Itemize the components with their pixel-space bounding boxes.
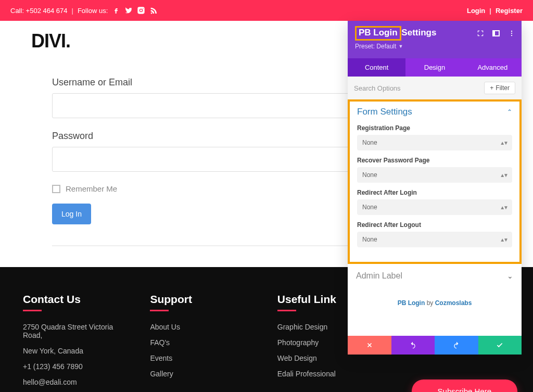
- search-options[interactable]: Search Options: [354, 84, 401, 92]
- cancel-button[interactable]: [348, 336, 391, 355]
- filter-button[interactable]: +Filter: [484, 82, 515, 94]
- svg-point-0: [511, 31, 512, 32]
- sort-icon: ▲▼: [500, 237, 507, 243]
- panel-title-highlight: PB Login: [355, 26, 401, 41]
- tab-content[interactable]: Content: [348, 58, 405, 77]
- chevron-down-icon: ▼: [398, 44, 403, 49]
- tab-design[interactable]: Design: [405, 58, 463, 77]
- divider: |: [72, 7, 73, 15]
- chevron-down-icon: ⌄: [507, 272, 513, 280]
- list-item: +1 (123) 456 7890: [23, 362, 119, 371]
- panel-body: Form Settings ⌃ Registration Page None▲▼…: [348, 99, 522, 264]
- rss-icon[interactable]: [149, 6, 158, 15]
- sort-icon: ▲▼: [500, 140, 507, 146]
- preset-selector[interactable]: Preset: Default ▼: [355, 43, 515, 50]
- panel-search-row: Search Options +Filter: [348, 77, 522, 99]
- underline: [23, 310, 42, 311]
- field-label-recover: Recover Password Page: [357, 157, 512, 164]
- list-item[interactable]: About Us: [150, 323, 246, 331]
- twitter-icon[interactable]: [124, 6, 133, 15]
- section-title[interactable]: Form Settings: [357, 107, 412, 117]
- panel-credits: PB Login by Cozmoslabs: [348, 288, 522, 336]
- list-item[interactable]: Events: [150, 354, 246, 362]
- remember-checkbox[interactable]: [52, 185, 60, 193]
- svg-point-2: [511, 35, 512, 36]
- select-registration-page[interactable]: None▲▼: [357, 135, 512, 150]
- select-value: None: [362, 139, 377, 146]
- call-text: Call: +502 464 674: [10, 7, 68, 15]
- facebook-icon[interactable]: [112, 6, 120, 15]
- credits-module[interactable]: PB Login: [398, 299, 425, 307]
- tab-advanced[interactable]: Advanced: [464, 58, 522, 77]
- divider: |: [489, 7, 491, 15]
- redo-button[interactable]: [435, 336, 478, 355]
- login-button[interactable]: Log In: [52, 204, 91, 224]
- admin-label-section[interactable]: Admin Label ⌄: [348, 264, 522, 288]
- select-value: None: [362, 171, 377, 179]
- sort-icon: ▲▼: [500, 205, 507, 210]
- svg-point-1: [511, 33, 512, 34]
- panel-actions: [348, 336, 522, 355]
- topbar: Call: +502 464 674 | Follow us: Login | …: [0, 0, 533, 21]
- select-recover-page[interactable]: None▲▼: [357, 167, 512, 183]
- list-item[interactable]: Edali Professional: [277, 370, 373, 378]
- chevron-up-icon[interactable]: ⌃: [507, 108, 512, 116]
- instagram-icon[interactable]: [137, 6, 145, 15]
- fullscreen-icon[interactable]: [477, 30, 484, 37]
- list-item[interactable]: Gallery: [150, 370, 246, 378]
- underline: [150, 310, 169, 311]
- list-item[interactable]: FAQ's: [150, 338, 246, 347]
- field-label-registration: Registration Page: [357, 124, 512, 132]
- list-item: New York, Canada: [23, 347, 119, 355]
- site-logo[interactable]: DIVI.: [31, 30, 70, 52]
- credits-author[interactable]: Cozmoslabs: [435, 299, 472, 307]
- panel-header: PB Login Settings Preset: Default ▼: [348, 21, 522, 58]
- remember-label: Remember Me: [66, 184, 117, 193]
- save-button[interactable]: [478, 336, 522, 355]
- select-redirect-login[interactable]: None▲▼: [357, 199, 512, 215]
- follow-text: Follow us:: [78, 7, 108, 15]
- admin-label-title: Admin Label: [356, 271, 402, 281]
- credits-by: by: [427, 299, 434, 307]
- panel-tabs: Content Design Advanced: [348, 58, 522, 77]
- select-redirect-logout[interactable]: None▲▼: [357, 232, 512, 247]
- undo-button[interactable]: [391, 336, 435, 355]
- list-item: hello@edali.com: [23, 378, 119, 386]
- kebab-menu-icon[interactable]: [508, 30, 515, 37]
- sort-icon: ▲▼: [500, 172, 507, 178]
- panel-title: PB Login Settings: [355, 26, 436, 41]
- subscribe-button[interactable]: Subscribe Here: [412, 380, 517, 392]
- footer-heading-support: Support: [150, 293, 246, 306]
- select-value: None: [362, 204, 377, 211]
- register-link[interactable]: Register: [496, 7, 523, 15]
- panel-layout-icon[interactable]: [492, 30, 500, 36]
- field-label-redirect-login: Redirect After Login: [357, 189, 512, 196]
- underline: [277, 310, 296, 311]
- filter-label: Filter: [496, 84, 510, 92]
- footer-heading-contact: Contact Us: [23, 293, 119, 306]
- plus-icon: +: [490, 84, 493, 92]
- settings-panel: PB Login Settings Preset: Default ▼ Cont…: [348, 21, 522, 355]
- panel-title-rest: Settings: [401, 28, 436, 37]
- preset-label: Preset: Default: [355, 43, 396, 50]
- select-value: None: [362, 236, 377, 243]
- list-item: 2750 Quadra Street Victoria Road,: [23, 323, 119, 339]
- login-link[interactable]: Login: [467, 7, 485, 15]
- list-item[interactable]: Web Design: [277, 354, 373, 362]
- field-label-redirect-logout: Redirect After Logout: [357, 221, 512, 229]
